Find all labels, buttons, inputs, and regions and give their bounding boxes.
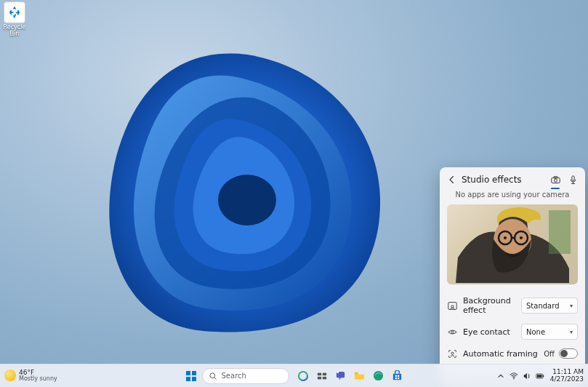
- svg-rect-22: [192, 377, 196, 381]
- automatic-framing-icon: [447, 348, 457, 359]
- background-effect-row: Background effect Standard ▾: [447, 292, 578, 319]
- svg-rect-19: [186, 371, 190, 375]
- svg-rect-15: [448, 302, 456, 309]
- background-effect-label: Background effect: [463, 296, 515, 315]
- chevron-down-icon: ▾: [570, 303, 573, 309]
- wallpaper-bloom: [44, 29, 451, 371]
- svg-rect-27: [317, 372, 321, 375]
- taskbar-icon-copilot[interactable]: [295, 368, 311, 384]
- svg-rect-35: [393, 374, 401, 380]
- svg-point-23: [209, 372, 214, 378]
- taskbar-icon-store[interactable]: [390, 368, 406, 384]
- svg-line-24: [214, 377, 216, 379]
- svg-rect-4: [571, 175, 573, 180]
- tray-wifi-icon[interactable]: [510, 372, 518, 380]
- svg-point-32: [337, 371, 339, 373]
- eye-contact-icon: [447, 327, 457, 337]
- automatic-framing-state: Off: [544, 350, 555, 358]
- automatic-framing-toggle[interactable]: [559, 348, 578, 359]
- chevron-down-icon: ▾: [570, 329, 573, 335]
- svg-point-0: [218, 175, 276, 226]
- svg-rect-43: [543, 375, 544, 377]
- taskbar-icon-chat[interactable]: [333, 368, 349, 384]
- svg-rect-14: [549, 210, 571, 254]
- camera-preview: [447, 204, 578, 284]
- eye-contact-label: Eye contact: [463, 327, 515, 337]
- desktop: Recycle Bin Studio effects No apps are u…: [0, 0, 588, 387]
- taskbar-icon-explorer[interactable]: [352, 368, 368, 384]
- svg-rect-28: [322, 372, 326, 375]
- tray-battery-icon[interactable]: [536, 372, 544, 380]
- eye-contact-row: Eye contact None ▾: [447, 319, 578, 344]
- weather-icon: [4, 370, 16, 381]
- studio-effects-flyout: Studio effects No apps are using your ca…: [440, 167, 585, 383]
- background-effect-value: Standard: [526, 302, 570, 310]
- tray-volume-icon[interactable]: [523, 372, 531, 380]
- svg-point-18: [451, 352, 454, 354]
- flyout-subtitle: No apps are using your camera: [447, 189, 578, 204]
- taskbar-icon-taskview[interactable]: [314, 368, 330, 384]
- svg-rect-39: [398, 378, 399, 379]
- background-effect-icon: [447, 300, 457, 311]
- flyout-title: Studio effects: [462, 175, 546, 185]
- svg-rect-36: [395, 375, 397, 377]
- recycle-bin-icon: [4, 1, 25, 23]
- svg-rect-21: [186, 377, 190, 381]
- svg-point-16: [451, 305, 453, 307]
- search-input[interactable]: Search: [202, 368, 289, 384]
- svg-rect-29: [317, 376, 321, 379]
- svg-point-12: [504, 236, 507, 239]
- clock-date: 4/27/2023: [550, 376, 584, 383]
- recycle-bin-label: Recycle Bin: [1, 25, 28, 38]
- tray-overflow-icon[interactable]: [496, 372, 505, 380]
- camera-tab[interactable]: [550, 175, 560, 185]
- svg-rect-33: [355, 372, 358, 374]
- svg-rect-38: [395, 378, 397, 379]
- automatic-framing-label: Automatic framing: [463, 349, 538, 359]
- taskbar-icon-edge[interactable]: [371, 368, 387, 384]
- svg-rect-30: [322, 376, 326, 379]
- search-placeholder: Search: [222, 372, 246, 380]
- microphone-tab[interactable]: [568, 175, 578, 185]
- recycle-bin-desktop-icon[interactable]: Recycle Bin: [1, 1, 28, 38]
- svg-rect-42: [537, 375, 542, 378]
- weather-widget[interactable]: 46°F Mostly sunny: [4, 370, 57, 383]
- eye-contact-value: None: [526, 328, 570, 336]
- svg-point-17: [451, 330, 453, 332]
- search-icon: [209, 372, 217, 380]
- flyout-header: Studio effects: [447, 173, 578, 189]
- eye-contact-dropdown[interactable]: None ▾: [521, 324, 578, 340]
- svg-point-40: [513, 378, 515, 379]
- automatic-framing-row: Automatic framing Off: [447, 344, 578, 363]
- svg-rect-37: [398, 375, 399, 377]
- svg-rect-20: [192, 371, 196, 375]
- start-button[interactable]: [183, 368, 199, 384]
- taskbar-clock[interactable]: 11:11 AM 4/27/2023: [550, 369, 584, 383]
- weather-condition: Mostly sunny: [19, 376, 57, 382]
- svg-point-2: [554, 178, 557, 181]
- background-effect-dropdown[interactable]: Standard ▾: [521, 298, 578, 314]
- svg-point-13: [520, 236, 523, 239]
- taskbar: 46°F Mostly sunny Search: [0, 364, 588, 387]
- back-button[interactable]: [447, 175, 457, 185]
